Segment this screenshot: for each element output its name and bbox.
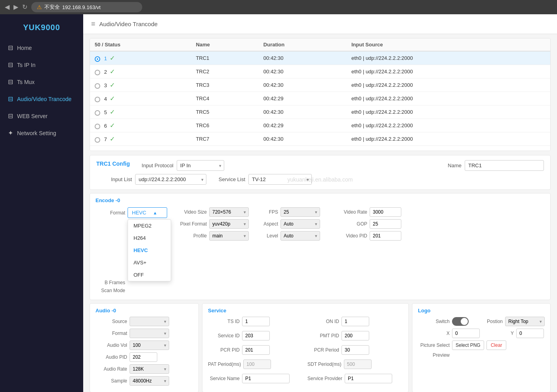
pcr-period-input[interactable] <box>341 345 369 355</box>
x-input[interactable] <box>452 329 480 338</box>
table-row[interactable]: 5 ✓ TRC5 00:42:30 eth0 | udp://224.2.2.2… <box>90 105 550 119</box>
row-source: eth0 | udp://224.2.2.2:2000 <box>347 105 550 119</box>
row-num-status: 3 ✓ <box>90 78 191 92</box>
table-row[interactable]: 6 ✓ TRC6 00:42:29 eth0 | udp://224.2.2.2… <box>90 119 550 132</box>
row-name: TRC3 <box>191 78 258 92</box>
page-header: ≡ Audio/Video Trancode <box>83 14 557 34</box>
row-num: 4 <box>104 96 107 102</box>
dropdown-item-hevc[interactable]: HEVC <box>128 244 171 256</box>
service-name-input[interactable] <box>242 374 290 383</box>
audio-format-select[interactable] <box>130 329 169 338</box>
source-label: Source <box>95 319 127 324</box>
table-row[interactable]: 2 ✓ TRC2 00:42:30 eth0 | udp://224.2.2.2… <box>90 65 550 78</box>
status-icon: ✓ <box>110 95 115 102</box>
service-id-input[interactable] <box>242 331 270 340</box>
dropdown-item-mpeg2[interactable]: MPEG2 <box>128 220 171 232</box>
radio-button[interactable] <box>95 97 100 102</box>
back-button[interactable]: ◀ <box>5 4 10 10</box>
service-provider-input[interactable] <box>345 374 392 383</box>
select-png-button[interactable]: Select PNG <box>452 340 484 350</box>
forward-button[interactable]: ▶ <box>13 4 18 10</box>
audio-vol-select[interactable]: 100 <box>130 340 169 350</box>
service-provider-label: Service Provider <box>307 376 342 381</box>
home-icon: ⊟ <box>8 44 13 52</box>
ts-id-label: TS ID <box>208 319 240 324</box>
name-label: Name <box>426 163 462 168</box>
sidebar-item-label: WEB Server <box>17 113 48 119</box>
sdt-period-input[interactable] <box>344 359 372 369</box>
pcr-pid-input[interactable] <box>242 345 270 355</box>
table-row[interactable]: 8 ✓ TRC8 00:42:29 eth0 | udp://224.2.2.2… <box>90 146 550 151</box>
pixel-format-label: Pixel Format <box>171 221 207 227</box>
status-icon: ✓ <box>110 82 115 88</box>
row-num-status: 4 ✓ <box>90 92 191 105</box>
format-chevron-icon: ▲ <box>153 210 157 215</box>
video-size-select[interactable]: 720×576 <box>209 207 249 217</box>
sidebar-item-ts-mux[interactable]: ⊟ Ts Mux <box>0 73 83 90</box>
input-protocol-label: Input Protocol <box>138 163 174 168</box>
sidebar-item-web-server[interactable]: ⊟ WEB Server <box>0 107 83 124</box>
status-icon: ✓ <box>110 122 115 129</box>
gop-input[interactable] <box>370 219 401 229</box>
y-input[interactable] <box>516 329 544 338</box>
profile-select[interactable]: main <box>209 231 249 241</box>
radio-button[interactable] <box>95 70 100 75</box>
reload-button[interactable]: ↻ <box>22 4 27 10</box>
pcr-pid-label: PCR PID <box>208 347 240 353</box>
clear-button[interactable]: Clear <box>486 340 507 350</box>
sidebar-item-ts-ip-in[interactable]: ⊟ Ts IP In <box>0 56 83 73</box>
sidebar-item-av-transcode[interactable]: ⊟ Audio/Video Trancode <box>0 90 83 107</box>
address-bar[interactable]: ⚠ 不安全 192.168.9.163/vt <box>31 2 142 12</box>
input-list-select[interactable]: udp://224.2.2.2:2000 <box>135 174 206 185</box>
table-row[interactable]: 4 ✓ TRC4 00:42:29 eth0 | udp://224.2.2.2… <box>90 92 550 105</box>
col-name: Name <box>191 38 258 51</box>
row-num: 8 <box>104 150 107 151</box>
sidebar-item-home[interactable]: ⊟ Home <box>0 39 83 56</box>
ts-id-input[interactable] <box>242 317 270 326</box>
aspect-select[interactable]: Auto <box>280 219 320 229</box>
video-pid-input[interactable] <box>370 231 401 241</box>
table-row[interactable]: 7 ✓ TRC7 00:42:30 eth0 | udp://224.2.2.2… <box>90 132 550 146</box>
sidebar-item-label: Ts IP In <box>17 62 35 68</box>
video-rate-input[interactable] <box>370 207 401 217</box>
logo-toggle[interactable] <box>452 317 469 326</box>
table-row[interactable]: 3 ✓ TRC3 00:42:30 eth0 | udp://224.2.2.2… <box>90 78 550 92</box>
status-icon: ✓ <box>110 149 115 151</box>
pmt-pid-input[interactable] <box>341 331 369 340</box>
radio-button[interactable] <box>95 83 100 89</box>
row-duration: 00:42:30 <box>259 132 347 146</box>
status-icon: ✓ <box>110 68 115 75</box>
service-list-select[interactable]: TV-12 <box>248 174 312 185</box>
format-dropdown-trigger[interactable]: HEVC ▲ <box>128 207 167 218</box>
sidebar-item-network-setting[interactable]: ✦ Network Setting <box>0 124 83 142</box>
dropdown-item-h264[interactable]: H264 <box>128 232 171 244</box>
sidebar-item-label: Ts Mux <box>17 79 34 85</box>
row-num-status: 1 ✓ <box>90 51 191 65</box>
fps-select[interactable]: 25 <box>280 207 320 217</box>
radio-button[interactable] <box>95 151 100 151</box>
row-duration: 00:42:30 <box>259 105 347 119</box>
dropdown-item-avs[interactable]: AVS+ <box>128 256 171 269</box>
audio-pid-input[interactable] <box>130 352 157 362</box>
input-protocol-select[interactable]: IP In <box>177 160 224 171</box>
sidebar-item-label: Network Setting <box>17 130 56 136</box>
position-select[interactable]: Right Top <box>505 317 545 326</box>
dropdown-item-off[interactable]: OFF <box>128 269 171 281</box>
audio-rate-select[interactable]: 128K <box>130 364 169 374</box>
level-select[interactable]: Auto <box>280 231 320 241</box>
radio-button[interactable] <box>95 110 100 116</box>
on-id-input[interactable] <box>341 317 369 326</box>
pat-period-input[interactable] <box>243 359 271 369</box>
sample-select[interactable]: 48000Hz <box>130 376 169 386</box>
row-source: eth0 | udp://224.2.2.2:2000 <box>347 65 550 78</box>
service-id-label: Service ID <box>208 333 240 338</box>
pixel-format-select[interactable]: yuv420p <box>209 219 249 229</box>
name-input[interactable] <box>465 160 544 171</box>
radio-button[interactable] <box>95 124 100 129</box>
source-select[interactable] <box>130 317 169 326</box>
table-row[interactable]: 1 ✓ TRC1 00:42:30 eth0 | udp://224.2.2.2… <box>90 51 550 65</box>
radio-button[interactable] <box>95 56 100 62</box>
radio-button[interactable] <box>95 137 100 143</box>
row-source: eth0 | udp://224.2.2.2:2000 <box>347 78 550 92</box>
encode-section-title: Encode -0 <box>95 197 545 203</box>
